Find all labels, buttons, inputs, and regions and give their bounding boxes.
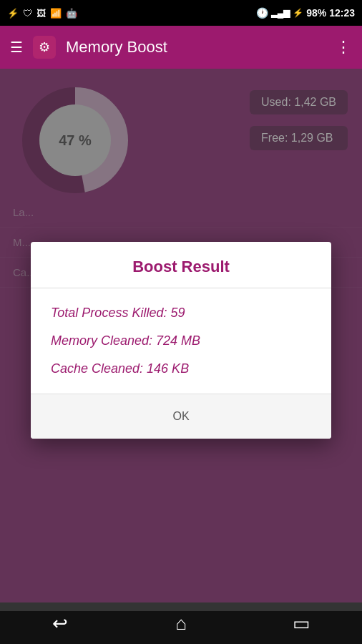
battery-level: 98% bbox=[306, 7, 326, 19]
shield-icon: 🛡 bbox=[23, 8, 32, 19]
status-bar: ⚡ 🛡 🖼 📶 🤖 🕐 ▂▄▆ ⚡ 98% 12:23 bbox=[0, 0, 362, 26]
dialog-line-0: Total Process Killed: 59 bbox=[51, 306, 311, 321]
app-icon: ⚙ bbox=[33, 36, 56, 59]
ok-button[interactable]: OK bbox=[155, 404, 206, 429]
dialog-body: Total Process Killed: 59 Memory Cleaned:… bbox=[31, 288, 331, 394]
app-title: Memory Boost bbox=[66, 38, 326, 57]
dialog-actions: OK bbox=[31, 394, 331, 439]
status-right: 🕐 ▂▄▆ ⚡ 98% 12:23 bbox=[256, 7, 355, 19]
back-button[interactable]: ↩ bbox=[42, 609, 78, 638]
recents-button[interactable]: ▭ bbox=[284, 609, 320, 638]
battery-icon: ⚡ bbox=[293, 8, 303, 18]
clock: 12:23 bbox=[329, 7, 355, 19]
usb-icon: ⚡ bbox=[7, 8, 19, 19]
dialog-line-2: Cache Cleaned: 146 KB bbox=[51, 361, 311, 376]
home-button[interactable]: ⌂ bbox=[163, 609, 199, 638]
boost-result-dialog: Boost Result Total Process Killed: 59 Me… bbox=[31, 242, 331, 439]
dialog-overlay: Boost Result Total Process Killed: 59 Me… bbox=[0, 69, 362, 611]
status-icons-left: ⚡ 🛡 🖼 📶 🤖 bbox=[7, 8, 77, 19]
dialog-line-1: Memory Cleaned: 724 MB bbox=[51, 333, 311, 348]
android-icon: 🤖 bbox=[66, 8, 77, 19]
signal-bars-icon: ▂▄▆ bbox=[271, 8, 290, 18]
toolbar: ☰ ⚙ Memory Boost ⋮ bbox=[0, 26, 362, 69]
dialog-title: Boost Result bbox=[31, 242, 331, 288]
signal-icon: 📶 bbox=[50, 8, 62, 19]
alarm-icon: 🕐 bbox=[256, 7, 268, 19]
menu-icon[interactable]: ☰ bbox=[10, 39, 23, 56]
overflow-menu-icon[interactable]: ⋮ bbox=[336, 38, 352, 57]
image-icon: 🖼 bbox=[36, 8, 46, 19]
main-content: 47 % Used: 1,42 GB Free: 1,29 GB La... M… bbox=[0, 69, 362, 611]
